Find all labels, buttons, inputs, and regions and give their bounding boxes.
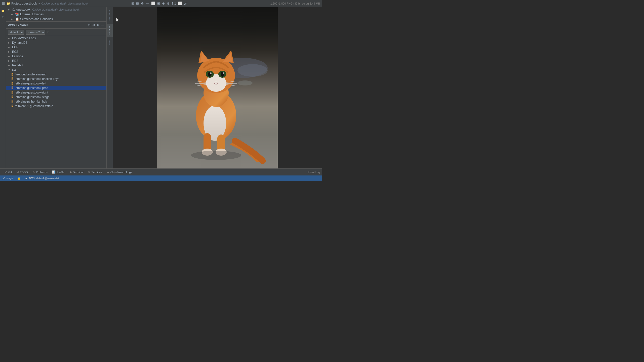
aws-tree-item-dynamodb[interactable]: ▶ DynamoDB: [6, 40, 106, 45]
aws-tree-item-ecr[interactable]: ▶ ECR: [6, 45, 106, 50]
git-tab[interactable]: ⎇ Git: [2, 170, 14, 174]
aws-bucket-stage[interactable]: 🗄 jetbrains-guestbook-stage: [6, 95, 106, 99]
split-icon[interactable]: ⊞: [157, 2, 160, 5]
profiler-tab[interactable]: 📊 Profiler: [50, 170, 67, 174]
cat-image-container: [157, 7, 278, 168]
commit-icon[interactable]: ⬆: [0, 14, 6, 20]
services-tab[interactable]: ⚙ Services: [86, 170, 104, 174]
cloudwatch-tab[interactable]: ☁ CloudWatch Logs: [105, 170, 134, 174]
aws-filters: default us-west-2 ▼: [6, 29, 106, 36]
aws-bucket-bastion[interactable]: 🗄 jetbrains-guestbook-bastion-keys: [6, 77, 106, 81]
bucket-label-prod: jetbrains-guestbook-prod: [15, 86, 48, 90]
aws-tree-item-lambda[interactable]: ▶ Lambda: [6, 54, 106, 59]
project-selector[interactable]: 📁 Project guestbook ▼ C:\Users\dalia\Ide…: [7, 2, 88, 5]
tree-item-scratches[interactable]: ▶ 📋 Scratches and Consoles: [6, 17, 106, 21]
status-bar: ⎇ stage 🔒 ☁ AWS: default@us-west-2: [0, 175, 322, 181]
region-dropdown-icon: ▼: [47, 31, 49, 33]
ecr-label: ECR: [12, 46, 18, 49]
cursor-indicator: [116, 18, 120, 22]
image-info: 1,200×1,800 PNG (32-bit color) 3.49 MB: [270, 2, 320, 5]
left-sidebar-icons: 📁 ⬆ ↕ ⋯: [0, 7, 6, 168]
zoom-out-icon[interactable]: ⊖: [167, 2, 170, 5]
project-tree: ▶ 🗂 guestbook C:\Users\dalia\IdeaProject…: [6, 7, 106, 22]
lock-icon: 🔒: [17, 177, 21, 180]
hamburger-icon[interactable]: ☰: [2, 2, 5, 5]
bucket-icon: 🗄: [11, 82, 14, 85]
ecs-label: ECS: [12, 50, 18, 54]
aws-tree-item-s3[interactable]: ▼ S3: [6, 68, 106, 72]
vcs-icon[interactable]: ↕: [0, 20, 6, 26]
bucket-icon: 🗄: [11, 105, 14, 108]
aws-bucket-prod[interactable]: 🗄 jetbrains-guestbook-prod: [6, 86, 106, 90]
expand-all-icon[interactable]: ⊞: [131, 2, 134, 5]
aws-bucket-python[interactable]: 🗄 jetbrains-python-lambda: [6, 99, 106, 104]
terminal-icon: ▶: [70, 170, 72, 174]
svg-point-16: [221, 72, 224, 77]
bookmarks-tab[interactable]: Bookmarks: [107, 8, 113, 23]
redshift-label: Redshift: [12, 64, 23, 67]
aws-tree-item-rds[interactable]: ▶ RDS: [6, 59, 106, 63]
picker-icon[interactable]: 🖊: [184, 2, 187, 5]
chevron-down-icon: ▼: [8, 69, 11, 71]
aws-profile: AWS: default@us-west-2: [28, 177, 59, 180]
aws-bucket-right[interactable]: 🗄 jetbrains-guestbook-right: [6, 90, 106, 95]
chevron-icon: ▶: [8, 64, 11, 67]
bucket-label-left: jetbrains-guestbook-left: [15, 82, 46, 85]
left-panel: ▶ 🗂 guestbook C:\Users\dalia\IdeaProject…: [6, 7, 107, 168]
actual-size-icon[interactable]: 1:1: [172, 2, 176, 5]
external-libs-label: External Libraries: [20, 13, 44, 16]
aws-bucket-fleet[interactable]: 🗄 fleet-bucket-jb-reinvent: [6, 72, 106, 77]
terminal-tab[interactable]: ▶ Terminal: [68, 170, 86, 174]
fit-icon[interactable]: ⬜: [178, 2, 182, 5]
right-sidebar-tabs: Bookmarks Structure AWS: [107, 7, 113, 168]
branch-icon: ⎇: [2, 177, 5, 180]
chevron-icon: ▶: [8, 41, 11, 44]
event-log-label[interactable]: Event Log: [307, 171, 320, 174]
settings-icon[interactable]: ⚙: [141, 2, 144, 5]
aws-tree-item-redshift[interactable]: ▶ Redshift: [6, 63, 106, 68]
svg-point-2: [237, 64, 268, 77]
todo-icon: ☑: [16, 170, 19, 174]
aws-bucket-reinvent[interactable]: 🗄 reinvent21-guestbook-tfstate: [6, 104, 106, 108]
aws-bucket-left[interactable]: 🗄 jetbrains-guestbook-left: [6, 81, 106, 86]
chevron-icon: ▶: [8, 37, 11, 39]
folder-icon: 🗂: [12, 8, 15, 11]
aws-tree-item-ecs[interactable]: ▶ ECS: [6, 50, 106, 54]
git-label: Git: [8, 171, 12, 174]
project-sidebar-icon[interactable]: 📁: [0, 8, 6, 14]
bucket-icon: 🗄: [11, 96, 14, 99]
scratches-icon: 📋: [15, 17, 19, 21]
collapse-all-icon[interactable]: ⊟: [136, 2, 139, 5]
structure-tab[interactable]: Structure: [107, 24, 113, 37]
aws-tree-item-cloudwatch-logs[interactable]: ▶ CloudWatch Logs: [6, 36, 106, 40]
tree-item-guestbook[interactable]: ▶ 🗂 guestbook C:\Users\dalia\IdeaProject…: [6, 7, 106, 12]
profile-select[interactable]: default: [8, 30, 24, 35]
minus-icon[interactable]: —: [101, 23, 104, 27]
zoom-icon[interactable]: ⊕: [162, 2, 165, 5]
dynamodb-label: DynamoDB: [12, 41, 27, 44]
profiler-icon: 📊: [52, 170, 56, 174]
more-icon[interactable]: ⋯: [0, 26, 6, 32]
bucket-icon: 🗄: [11, 91, 14, 94]
aws-tab[interactable]: AWS: [107, 38, 113, 47]
project-name: guestbook: [22, 2, 37, 5]
lambda-label: Lambda: [12, 55, 23, 58]
chevron-icon: ▶: [11, 18, 14, 20]
expand-icon[interactable]: ⬜: [151, 2, 155, 5]
top-toolbar: ☰ 📁 Project guestbook ▼ C:\Users\dalia\I…: [0, 0, 322, 7]
aws-explorer-panel: AWS Explorer ↺ ⊕ ⚙ — default us-west-2 ▼: [6, 22, 106, 168]
svg-point-17: [210, 72, 212, 74]
settings-icon[interactable]: ⚙: [97, 23, 100, 27]
bucket-icon: 🗄: [11, 73, 14, 76]
region-select[interactable]: us-west-2: [26, 30, 45, 35]
image-viewer: [113, 7, 322, 168]
bucket-label-python: jetbrains-python-lambda: [15, 100, 47, 103]
problems-tab[interactable]: ⚠ Problems: [30, 170, 50, 174]
refresh-icon[interactable]: ↺: [88, 23, 91, 27]
cloudwatch-label: CloudWatch Logs: [110, 171, 132, 174]
svg-point-30: [191, 151, 241, 160]
minimize-icon[interactable]: —: [146, 2, 149, 5]
tree-item-external-libs[interactable]: ▶ 📚 External Libraries: [6, 12, 106, 17]
add-icon[interactable]: ⊕: [92, 23, 95, 27]
todo-tab[interactable]: ☑ TODO: [14, 170, 30, 174]
